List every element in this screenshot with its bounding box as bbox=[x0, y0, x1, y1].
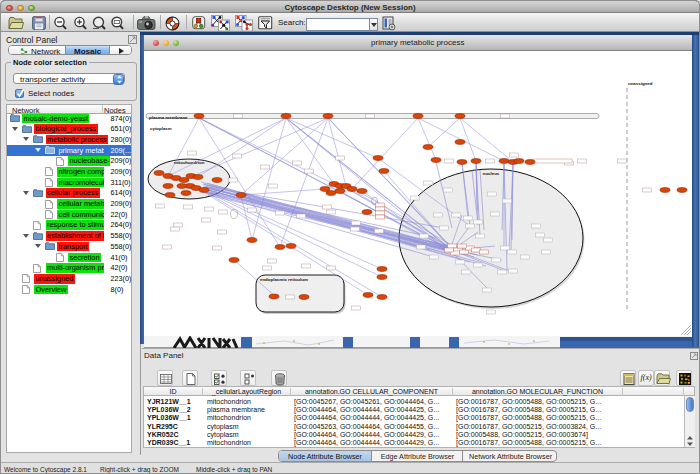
svg-text:cytoplasm: cytoplasm bbox=[150, 126, 172, 131]
svg-text:plasma membrane: plasma membrane bbox=[149, 115, 188, 120]
svg-text:unassigned: unassigned bbox=[628, 81, 653, 86]
svg-text:nucleus: nucleus bbox=[483, 171, 500, 176]
svg-text:endoplasmic reticulum: endoplasmic reticulum bbox=[260, 277, 308, 282]
